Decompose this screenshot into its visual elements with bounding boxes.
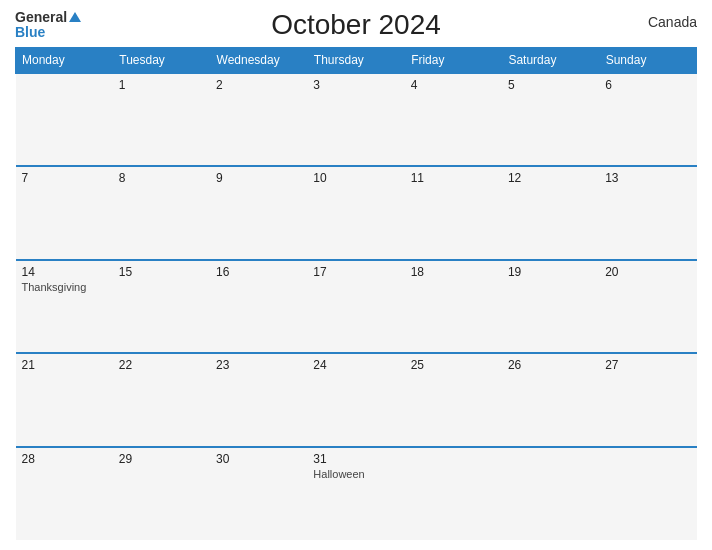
logo-blue-text: Blue: [15, 25, 45, 40]
day-number: 12: [508, 171, 593, 185]
day-number: 11: [411, 171, 496, 185]
calendar-cell: 17: [307, 260, 404, 353]
calendar-cell: [502, 447, 599, 540]
day-number: 22: [119, 358, 204, 372]
day-number: 27: [605, 358, 690, 372]
calendar-header-row: MondayTuesdayWednesdayThursdayFridaySatu…: [16, 47, 697, 73]
calendar-cell: 9: [210, 166, 307, 259]
calendar-cell: 13: [599, 166, 696, 259]
day-number: 3: [313, 78, 398, 92]
logo-triangle-icon: [69, 12, 81, 22]
day-number: 20: [605, 265, 690, 279]
calendar-cell: 19: [502, 260, 599, 353]
calendar-cell: 2: [210, 73, 307, 166]
country-label: Canada: [648, 14, 697, 30]
calendar-cell: 26: [502, 353, 599, 446]
calendar-cell: 3: [307, 73, 404, 166]
day-number: 18: [411, 265, 496, 279]
day-number: 23: [216, 358, 301, 372]
calendar-cell: [405, 447, 502, 540]
calendar-week-row: 14Thanksgiving151617181920: [16, 260, 697, 353]
day-number: 9: [216, 171, 301, 185]
col-header-tuesday: Tuesday: [113, 47, 210, 73]
calendar-cell: 5: [502, 73, 599, 166]
day-number: 19: [508, 265, 593, 279]
calendar-cell: [16, 73, 113, 166]
logo: General Blue: [15, 10, 81, 41]
day-number: 10: [313, 171, 398, 185]
day-number: 13: [605, 171, 690, 185]
calendar-week-row: 123456: [16, 73, 697, 166]
calendar-week-row: 28293031Halloween: [16, 447, 697, 540]
day-number: 31: [313, 452, 398, 466]
calendar-cell: 31Halloween: [307, 447, 404, 540]
calendar-week-row: 78910111213: [16, 166, 697, 259]
col-header-saturday: Saturday: [502, 47, 599, 73]
calendar-cell: 10: [307, 166, 404, 259]
month-title: October 2024: [271, 9, 441, 41]
day-number: 17: [313, 265, 398, 279]
day-number: 28: [22, 452, 107, 466]
calendar-week-row: 21222324252627: [16, 353, 697, 446]
day-number: 14: [22, 265, 107, 279]
calendar-cell: 23: [210, 353, 307, 446]
day-event: Halloween: [313, 468, 398, 480]
calendar-cell: 21: [16, 353, 113, 446]
calendar-cell: 24: [307, 353, 404, 446]
calendar-cell: [599, 447, 696, 540]
day-number: 21: [22, 358, 107, 372]
col-header-wednesday: Wednesday: [210, 47, 307, 73]
day-event: Thanksgiving: [22, 281, 107, 293]
day-number: 8: [119, 171, 204, 185]
calendar-cell: 18: [405, 260, 502, 353]
col-header-thursday: Thursday: [307, 47, 404, 73]
calendar-cell: 16: [210, 260, 307, 353]
col-header-monday: Monday: [16, 47, 113, 73]
calendar-cell: 25: [405, 353, 502, 446]
col-header-sunday: Sunday: [599, 47, 696, 73]
calendar-header: General Blue October 2024 Canada: [15, 10, 697, 41]
day-number: 29: [119, 452, 204, 466]
day-number: 5: [508, 78, 593, 92]
col-header-friday: Friday: [405, 47, 502, 73]
calendar-cell: 30: [210, 447, 307, 540]
day-number: 24: [313, 358, 398, 372]
day-number: 25: [411, 358, 496, 372]
calendar-cell: 8: [113, 166, 210, 259]
calendar-wrapper: General Blue October 2024 Canada MondayT…: [0, 0, 712, 550]
calendar-cell: 12: [502, 166, 599, 259]
calendar-cell: 22: [113, 353, 210, 446]
calendar-cell: 6: [599, 73, 696, 166]
calendar-table: MondayTuesdayWednesdayThursdayFridaySatu…: [15, 47, 697, 540]
day-number: 26: [508, 358, 593, 372]
day-number: 1: [119, 78, 204, 92]
day-number: 30: [216, 452, 301, 466]
calendar-cell: 14Thanksgiving: [16, 260, 113, 353]
calendar-cell: 27: [599, 353, 696, 446]
calendar-cell: 7: [16, 166, 113, 259]
logo-general-text: General: [15, 10, 67, 25]
calendar-cell: 20: [599, 260, 696, 353]
calendar-cell: 4: [405, 73, 502, 166]
day-number: 15: [119, 265, 204, 279]
day-number: 16: [216, 265, 301, 279]
calendar-cell: 1: [113, 73, 210, 166]
day-number: 6: [605, 78, 690, 92]
calendar-cell: 28: [16, 447, 113, 540]
calendar-cell: 29: [113, 447, 210, 540]
calendar-cell: 15: [113, 260, 210, 353]
day-number: 7: [22, 171, 107, 185]
day-number: 2: [216, 78, 301, 92]
day-number: 4: [411, 78, 496, 92]
calendar-cell: 11: [405, 166, 502, 259]
